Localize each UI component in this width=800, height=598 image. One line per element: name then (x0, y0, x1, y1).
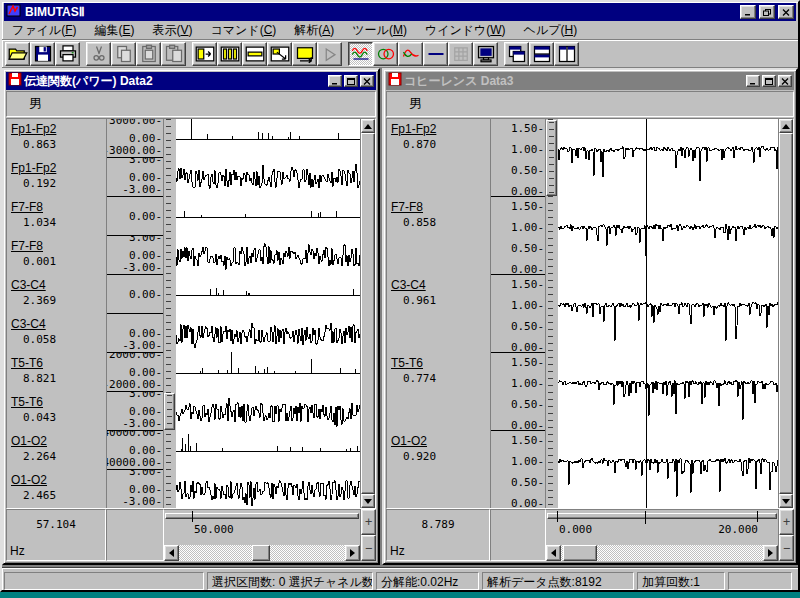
horizontal-scrollbar[interactable] (546, 545, 778, 561)
diagonal-arrow-button[interactable] (267, 42, 292, 66)
window-stripes-button[interactable] (217, 42, 242, 66)
close-icon[interactable] (778, 75, 792, 87)
tile-vertical-button[interactable] (554, 42, 579, 66)
child-title-bar-right[interactable]: コヒーレンス Data3 (386, 72, 794, 90)
scale-cell: 1.501.000.500.00 (491, 197, 545, 275)
minimize-icon[interactable] (328, 75, 342, 87)
play-button (317, 42, 342, 66)
mdi-area: 伝達関数(パワー) Data2 男 Fp1-Fp20.863Fp1-Fp20.1… (2, 67, 798, 567)
horizontal-scrollbar[interactable] (164, 545, 360, 561)
open-file-button[interactable] (5, 42, 30, 66)
menu-item-1[interactable]: ファイル(F) (3, 20, 85, 41)
maximize-icon[interactable] (762, 75, 776, 87)
horizontal-scroll-thumb[interactable] (563, 545, 597, 561)
channel-label[interactable]: O1-O20.920 (391, 434, 488, 463)
menu-item-6[interactable]: ツール(M) (343, 20, 416, 41)
child-title-bar-left[interactable]: 伝達関数(パワー) Data2 (6, 72, 376, 90)
channel-label[interactable]: F7-F80.001 (11, 239, 104, 268)
channel-label[interactable]: O1-O22.465 (11, 473, 104, 502)
vertical-scrollbar[interactable] (360, 119, 375, 508)
menu-item-5[interactable]: 解析(A) (285, 20, 343, 41)
maximize-icon[interactable] (344, 75, 358, 87)
channel-label[interactable]: T5-T60.043 (11, 395, 104, 424)
horizontal-scroll-track[interactable] (561, 545, 763, 561)
ruler-bar[interactable] (165, 513, 359, 519)
print-button[interactable] (55, 42, 80, 66)
vertical-scroll-track[interactable] (779, 133, 793, 494)
minimize-icon[interactable] (746, 75, 760, 87)
tile-horizontal-button[interactable] (529, 42, 554, 66)
scroll-right-icon[interactable] (763, 545, 778, 561)
dual-wave-button[interactable] (373, 42, 398, 66)
menu-item-7[interactable]: ウインドウ(W) (416, 20, 515, 41)
horizontal-bar-button[interactable] (242, 42, 267, 66)
channel-label[interactable]: C3-C40.058 (11, 317, 104, 346)
scroll-down-icon[interactable] (779, 494, 793, 508)
channel-value: 0.961 (391, 294, 488, 307)
menu-item-2[interactable]: 編集(E) (85, 20, 143, 41)
channel-label[interactable]: T5-T68.821 (11, 356, 104, 385)
zoom-in-button[interactable]: + (779, 509, 794, 535)
subject-header: 男 (386, 91, 794, 117)
scroll-left-icon[interactable] (164, 545, 179, 561)
channel-labels: Fp1-Fp20.863Fp1-Fp20.192F7-F81.034F7-F80… (7, 119, 107, 508)
plot-area[interactable] (176, 119, 360, 508)
scale-label: 1.00 (511, 455, 544, 468)
scroll-right-icon[interactable] (345, 545, 360, 561)
menu-item-3[interactable]: 表示(V) (143, 20, 201, 41)
scale-cell: 2000.000.00-2000.00 (107, 353, 163, 392)
minimize-icon[interactable] (740, 5, 756, 19)
restore-icon[interactable] (759, 5, 775, 19)
zoom-buttons: + − (360, 509, 376, 561)
horizontal-scroll-track[interactable] (179, 545, 345, 561)
multi-wave-button[interactable] (348, 42, 373, 66)
cascade-windows-button[interactable] (504, 42, 529, 66)
channel-label[interactable]: F7-F80.858 (391, 200, 488, 229)
menu-item-4[interactable]: コマンド(C) (202, 20, 286, 41)
menu-item-8[interactable]: ヘルプ(H) (515, 20, 587, 41)
scroll-up-icon[interactable] (779, 119, 793, 133)
scale-cell: 1.501.000.500.00 (491, 431, 545, 508)
single-wave-button[interactable] (398, 42, 423, 66)
channel-label[interactable]: Fp1-Fp20.870 (391, 122, 488, 151)
status-panel-5: 加算回数:1 (637, 572, 725, 590)
channel-label[interactable]: T5-T60.774 (391, 356, 488, 385)
channel-label[interactable]: Fp1-Fp20.192 (11, 161, 104, 190)
plot-area[interactable] (558, 119, 778, 508)
channel-name: T5-T6 (391, 356, 488, 370)
save-file-button[interactable] (30, 42, 55, 66)
channel-value: 0.058 (11, 333, 104, 346)
channel-value: 0.192 (11, 177, 104, 190)
scale-label: 0.00 (511, 185, 544, 197)
zoom-out-button[interactable]: − (779, 535, 794, 561)
close-icon[interactable] (778, 5, 794, 19)
channel-name: C3-C4 (11, 317, 104, 331)
scroll-up-icon[interactable] (361, 119, 375, 133)
channel-label[interactable]: C3-C40.961 (391, 278, 488, 307)
scroll-left-icon[interactable] (546, 545, 561, 561)
window-panel-button[interactable] (192, 42, 217, 66)
vertical-scroll-track[interactable] (361, 133, 375, 494)
channel-label[interactable]: F7-F81.034 (11, 200, 104, 229)
flat-line-button[interactable] (423, 42, 448, 66)
scale-slider-thumb[interactable] (164, 393, 175, 430)
channel-label[interactable]: C3-C42.369 (11, 278, 104, 307)
ruler-bar[interactable] (547, 513, 777, 519)
vertical-scrollbar[interactable] (778, 119, 793, 508)
channel-label[interactable]: Fp1-Fp20.863 (11, 122, 104, 151)
scale-bottom-label: -3.00 (122, 339, 162, 352)
vertical-scroll-thumb[interactable] (361, 133, 375, 494)
scroll-down-icon[interactable] (361, 494, 375, 508)
scale-label: 1.50 (511, 122, 544, 135)
close-icon[interactable] (360, 75, 374, 87)
horizontal-scroll-thumb[interactable] (252, 545, 270, 561)
scale-slider-thumb[interactable] (546, 120, 557, 196)
monitor-button[interactable] (473, 42, 498, 66)
scale-mid-label: 0.00 (129, 132, 162, 145)
channel-label[interactable]: O1-O22.264 (11, 434, 104, 463)
zoom-out-button[interactable]: − (361, 535, 376, 561)
rect-arrow-button[interactable] (292, 42, 317, 66)
channel-value: 0.863 (11, 138, 104, 151)
zoom-in-button[interactable]: + (361, 509, 376, 535)
vertical-scroll-thumb[interactable] (779, 133, 793, 494)
